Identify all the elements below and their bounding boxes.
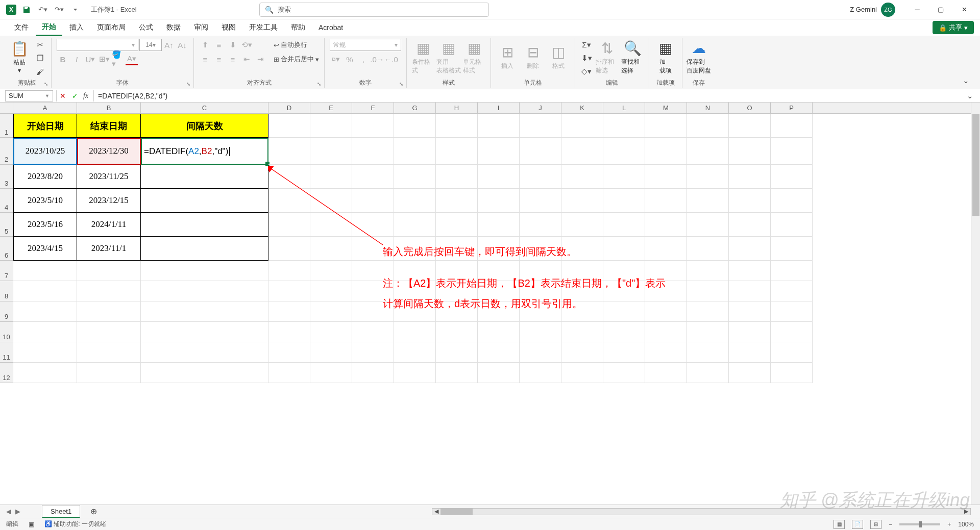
number-launcher[interactable]: ⤡ [399, 81, 403, 87]
macro-record-icon[interactable]: ▣ [29, 521, 34, 528]
tab-acrobat[interactable]: Acrobat [312, 20, 349, 35]
tab-view[interactable]: 视图 [215, 20, 242, 35]
cell-C3[interactable] [141, 165, 268, 189]
col-header-H[interactable]: H [436, 103, 478, 113]
cell-C2-editing[interactable]: =DATEDIF(A2,B2,"d") [141, 138, 268, 165]
tab-developer[interactable]: 开发工具 [243, 20, 284, 35]
cell-A3[interactable]: 2023/8/20 [13, 165, 77, 189]
zoom-out-button[interactable]: − [889, 521, 892, 528]
row-header-3[interactable]: 3 [0, 165, 13, 189]
format-cells-button[interactable]: ◫格式 [547, 39, 570, 75]
border-button[interactable]: ⊞▾ [98, 53, 110, 65]
underline-button[interactable]: U▾ [84, 53, 96, 65]
row-header-2[interactable]: 2 [0, 138, 13, 165]
row-header-9[interactable]: 9 [0, 301, 13, 322]
tab-home[interactable]: 开始 [36, 19, 62, 36]
clipboard-launcher[interactable]: ⤡ [44, 81, 48, 87]
tab-review[interactable]: 审阅 [188, 20, 214, 35]
user-name[interactable]: Z Gemini [850, 6, 877, 13]
sheet-prev-button[interactable]: ◀ [6, 508, 11, 515]
page-layout-view-button[interactable]: 📄 [852, 520, 863, 529]
align-left-button[interactable]: ≡ [199, 53, 211, 65]
fill-button[interactable]: ⬇▾ [580, 52, 593, 64]
col-header-G[interactable]: G [394, 103, 436, 113]
sheet-tab-sheet1[interactable]: Sheet1 [42, 505, 80, 518]
cancel-formula-button[interactable]: ✕ [57, 90, 69, 102]
row-header-8[interactable]: 8 [0, 281, 13, 301]
number-format-combo[interactable]: 常规▾ [330, 39, 401, 51]
col-header-L[interactable]: L [603, 103, 645, 113]
cell-C5[interactable] [141, 213, 268, 237]
row-header-7[interactable]: 7 [0, 261, 13, 281]
col-header-N[interactable]: N [687, 103, 729, 113]
font-launcher[interactable]: ⤡ [186, 81, 190, 87]
cell-styles-button[interactable]: ▦单元格样式 [463, 39, 485, 75]
cell-B4[interactable]: 2023/12/15 [77, 189, 141, 213]
zoom-slider[interactable] [899, 523, 940, 525]
tab-insert[interactable]: 插入 [63, 20, 90, 35]
col-header-F[interactable]: F [352, 103, 394, 113]
zoom-level[interactable]: 100% [958, 521, 974, 528]
paste-button[interactable]: 📋粘贴▾ [8, 39, 31, 75]
tab-formula[interactable]: 公式 [133, 20, 159, 35]
col-header-O[interactable]: O [729, 103, 771, 113]
maximize-button[interactable]: ▢ [929, 0, 952, 19]
row-header-5[interactable]: 5 [0, 213, 13, 237]
increase-font-button[interactable]: A↑ [163, 39, 175, 51]
sheet-next-button[interactable]: ▶ [15, 508, 20, 515]
save-qat-button[interactable] [20, 4, 33, 16]
row-header-6[interactable]: 6 [0, 237, 13, 261]
cell-B6[interactable]: 2023/11/1 [77, 237, 141, 261]
vertical-scrollbar[interactable] [971, 103, 980, 504]
col-header-M[interactable]: M [645, 103, 687, 113]
font-size-combo[interactable]: 14▾ [139, 39, 162, 51]
cell-A1[interactable]: 开始日期 [13, 114, 77, 138]
name-box[interactable]: SUM▼ [5, 90, 53, 102]
dec-decimal-button[interactable]: ←.0 [385, 53, 397, 65]
currency-button[interactable]: ¤▾ [330, 53, 342, 65]
cell-C6[interactable] [141, 237, 268, 261]
sort-filter-button[interactable]: ⇅排序和筛选 [596, 39, 618, 75]
tab-help[interactable]: 帮助 [285, 20, 311, 35]
col-header-P[interactable]: P [771, 103, 813, 113]
col-header-J[interactable]: J [520, 103, 561, 113]
wrap-text-button[interactable]: ↩ 自动换行 [274, 39, 319, 51]
table-format-button[interactable]: ▦套用 表格格式 [437, 39, 460, 75]
row-header-12[interactable]: 12 [0, 363, 13, 383]
font-combo[interactable]: ▾ [57, 39, 138, 51]
col-header-D[interactable]: D [268, 103, 310, 113]
merge-center-button[interactable]: ⊞ 合并后居中 ▾ [274, 53, 319, 65]
indent-inc-button[interactable]: ⇥ [254, 53, 266, 65]
col-header-A[interactable]: A [13, 103, 77, 113]
tab-layout[interactable]: 页面布局 [91, 20, 132, 35]
tab-file[interactable]: 文件 [8, 20, 35, 35]
delete-cells-button[interactable]: ⊟删除 [522, 39, 544, 75]
cut-button[interactable]: ✂ [34, 39, 46, 51]
qat-customize-button[interactable]: ⏷ [69, 4, 82, 16]
autosum-button[interactable]: Σ▾ [580, 39, 593, 51]
italic-button[interactable]: I [70, 53, 83, 65]
minimize-button[interactable]: ─ [905, 0, 929, 19]
font-color-button[interactable]: A▾ [126, 53, 138, 65]
insert-cells-button[interactable]: ⊞插入 [496, 39, 519, 75]
bold-button[interactable]: B [57, 53, 69, 65]
clear-button[interactable]: ◇▾ [580, 65, 593, 78]
redo-button[interactable]: ↷▾ [53, 4, 65, 16]
cell-A5[interactable]: 2023/5/16 [13, 213, 77, 237]
baidu-save-button[interactable]: ☁保存到 百度网盘 [688, 39, 710, 75]
close-button[interactable]: ✕ [952, 0, 976, 19]
col-header-E[interactable]: E [310, 103, 352, 113]
indent-dec-button[interactable]: ⇤ [240, 53, 253, 65]
select-all-corner[interactable] [0, 103, 13, 113]
cell-B2[interactable]: 2023/12/30 [77, 138, 141, 165]
avatar[interactable]: ZG [881, 3, 895, 17]
share-button[interactable]: 🔒 共享 ▾ [933, 21, 974, 34]
percent-button[interactable]: % [344, 53, 356, 65]
zoom-in-button[interactable]: + [947, 521, 951, 528]
enter-formula-button[interactable]: ✓ [69, 90, 81, 102]
orientation-button[interactable]: ⟲▾ [240, 39, 253, 51]
col-header-C[interactable]: C [141, 103, 268, 113]
row-header-4[interactable]: 4 [0, 189, 13, 213]
tab-data[interactable]: 数据 [160, 20, 187, 35]
cell-C4[interactable] [141, 189, 268, 213]
